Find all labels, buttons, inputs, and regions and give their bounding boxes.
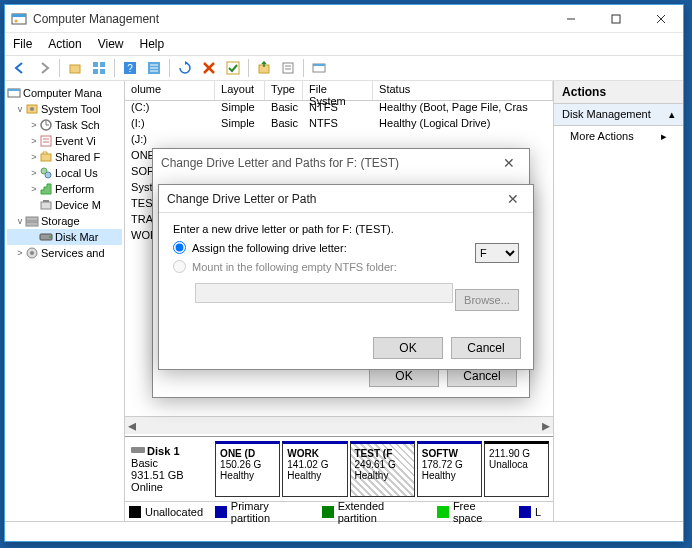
assign-letter-option[interactable]: Assign the following drive letter:	[173, 241, 519, 254]
close-icon[interactable]: ✕	[497, 151, 521, 175]
tree-item[interactable]: >Task Sch	[7, 117, 122, 133]
check-icon[interactable]	[222, 57, 244, 79]
legend-label: Free space	[453, 500, 507, 524]
settings-icon[interactable]	[308, 57, 330, 79]
col-layout[interactable]: Layout	[215, 81, 265, 100]
svg-rect-34	[41, 136, 51, 146]
dialog-titlebar: Change Drive Letter or Path ✕	[159, 185, 533, 213]
chevron-right-icon: ▸	[661, 130, 667, 143]
svg-rect-7	[70, 65, 80, 73]
toolbar-separator	[169, 59, 170, 77]
legend-label: Primary partition	[231, 500, 310, 524]
tree-item[interactable]: >Services and	[7, 245, 122, 261]
drive-letter-select[interactable]: F	[475, 243, 519, 263]
table-row[interactable]: (C:)SimpleBasicNTFSHealthy (Boot, Page F…	[125, 101, 553, 117]
partition[interactable]: 211.90 GUnalloca	[484, 441, 549, 497]
svg-rect-10	[93, 69, 98, 74]
legend-swatch	[215, 506, 227, 518]
col-type[interactable]: Type	[265, 81, 303, 100]
svg-rect-9	[100, 62, 105, 67]
cancel-button[interactable]: Cancel	[451, 337, 521, 359]
close-button[interactable]	[638, 5, 683, 33]
change-letter-dialog: Change Drive Letter or Path ✕ Enter a ne…	[158, 184, 534, 370]
svg-rect-40	[41, 202, 51, 209]
svg-rect-37	[41, 154, 51, 161]
actions-section[interactable]: Disk Management ▴	[554, 104, 683, 126]
up-button[interactable]	[64, 57, 86, 79]
table-row[interactable]: (J:)	[125, 133, 553, 149]
partition[interactable]: SOFTW178.72 GHealthy	[417, 441, 482, 497]
tree-icon	[39, 182, 53, 196]
svg-rect-41	[43, 200, 49, 202]
legend-swatch	[322, 506, 334, 518]
tree-icon	[39, 118, 53, 132]
col-fs[interactable]: File System	[303, 81, 373, 100]
mount-folder-radio[interactable]	[173, 260, 186, 273]
minimize-button[interactable]	[548, 5, 593, 33]
help-icon[interactable]: ?	[119, 57, 141, 79]
list-icon[interactable]	[143, 57, 165, 79]
col-volume[interactable]: olume	[125, 81, 215, 100]
tree-item[interactable]: vStorage	[7, 213, 122, 229]
menu-view[interactable]: View	[98, 37, 124, 51]
tree-item[interactable]: >Shared F	[7, 149, 122, 165]
legend: UnallocatedPrimary partitionExtended par…	[125, 501, 553, 521]
browse-button: Browse...	[455, 289, 519, 311]
menu-action[interactable]: Action	[48, 37, 81, 51]
tree-item[interactable]: >Perform	[7, 181, 122, 197]
toolbar-separator	[114, 59, 115, 77]
menu-help[interactable]: Help	[140, 37, 165, 51]
back-button[interactable]	[9, 57, 31, 79]
legend-swatch	[129, 506, 141, 518]
partition[interactable]: TEST (F249.61 GHealthy	[350, 441, 415, 497]
disk-icon	[131, 445, 145, 457]
tree-icon	[25, 246, 39, 260]
forward-button[interactable]	[33, 57, 55, 79]
svg-rect-20	[227, 62, 239, 74]
close-icon[interactable]: ✕	[501, 187, 525, 211]
svg-rect-8	[93, 62, 98, 67]
delete-icon[interactable]	[198, 57, 220, 79]
svg-text:?: ?	[127, 63, 133, 74]
mount-folder-option[interactable]: Mount in the following empty NTFS folder…	[173, 260, 519, 273]
refresh-icon[interactable]	[174, 57, 196, 79]
tree-item[interactable]: >Event Vi	[7, 133, 122, 149]
export-icon[interactable]	[253, 57, 275, 79]
statusbar	[5, 521, 683, 541]
properties-icon[interactable]	[277, 57, 299, 79]
tree-icon	[39, 230, 53, 244]
tree-icon	[25, 214, 39, 228]
more-actions[interactable]: More Actions ▸	[554, 126, 683, 147]
svg-rect-42	[26, 217, 38, 221]
tree-item[interactable]: Device M	[7, 197, 122, 213]
disk-section: Disk 1 Basic 931.51 GB Online ONE (D150.…	[125, 436, 553, 501]
folder-path-input	[195, 283, 453, 303]
ok-button[interactable]: OK	[373, 337, 443, 359]
col-status[interactable]: Status	[373, 81, 553, 100]
computer-icon	[7, 86, 21, 100]
actions-header: Actions	[554, 81, 683, 104]
tree-item[interactable]: vSystem Tool	[7, 101, 122, 117]
legend-label: Unallocated	[145, 506, 203, 518]
tree-item[interactable]: >Local Us	[7, 165, 122, 181]
partition[interactable]: WORK141.02 GHealthy	[282, 441, 347, 497]
view-icon[interactable]	[88, 57, 110, 79]
dialog-buttons: OK Cancel	[373, 337, 521, 359]
legend-swatch	[437, 506, 449, 518]
titlebar: Computer Management	[5, 5, 683, 33]
menu-file[interactable]: File	[13, 37, 32, 51]
toolbar-separator	[59, 59, 60, 77]
legend-label: L	[535, 506, 541, 518]
tree-panel: Computer Mana vSystem Tool>Task Sch>Even…	[5, 81, 125, 521]
toolbar-separator	[303, 59, 304, 77]
maximize-button[interactable]	[593, 5, 638, 33]
tree-root[interactable]: Computer Mana	[7, 85, 122, 101]
assign-letter-radio[interactable]	[173, 241, 186, 254]
tree-item[interactable]: Disk Mar	[7, 229, 122, 245]
svg-point-45	[49, 236, 51, 238]
svg-rect-1	[12, 14, 26, 17]
tree-icon	[39, 150, 53, 164]
h-scrollbar[interactable]: ◂ ▸	[125, 416, 553, 434]
table-row[interactable]: (I:)SimpleBasicNTFSHealthy (Logical Driv…	[125, 117, 553, 133]
partition[interactable]: ONE (D150.26 GHealthy	[215, 441, 280, 497]
